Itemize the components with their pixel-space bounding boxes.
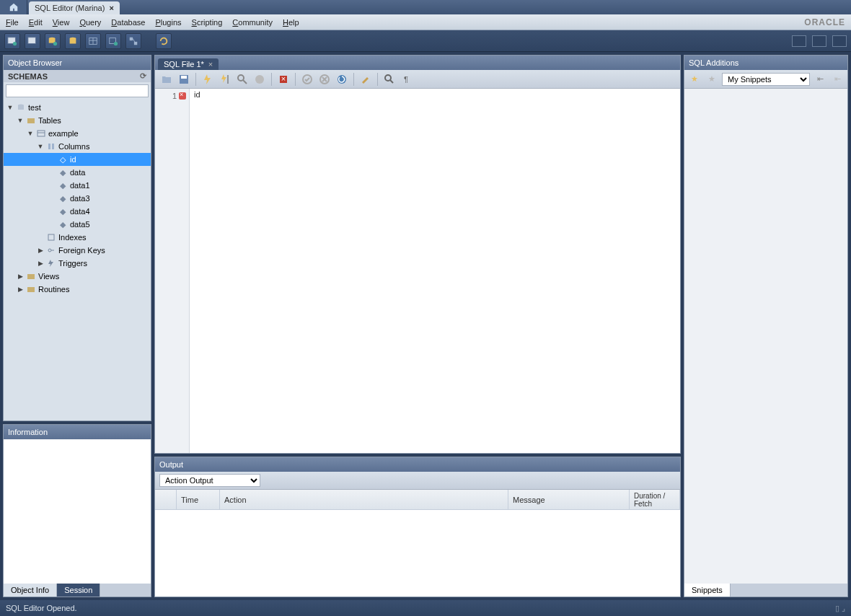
- home-tab[interactable]: [0, 0, 27, 14]
- layout-btn-3[interactable]: [832, 35, 847, 47]
- output-subheader: Action Output: [155, 472, 680, 490]
- editor-tab-sql-file-1[interactable]: SQL File 1* ×: [158, 58, 219, 70]
- tb-model[interactable]: [125, 33, 141, 49]
- etb-stop[interactable]: [252, 72, 267, 87]
- refresh-icon[interactable]: ⟳: [140, 71, 146, 81]
- schema-search-input[interactable]: [6, 84, 149, 97]
- etb-save[interactable]: [177, 72, 191, 87]
- menu-scripting[interactable]: Scripting: [192, 18, 223, 27]
- output-selector[interactable]: Action Output: [159, 474, 260, 487]
- tree-tables[interactable]: ▼Tables: [4, 114, 151, 127]
- tb-new-sql2[interactable]: [25, 33, 40, 49]
- etb-execute[interactable]: [200, 72, 215, 87]
- information-tabs: Object Info Session: [4, 584, 151, 597]
- menu-community[interactable]: Community: [232, 18, 273, 27]
- menu-help[interactable]: Help: [283, 18, 299, 27]
- menu-view[interactable]: View: [53, 18, 70, 27]
- column-icon: ◆: [58, 180, 68, 190]
- editor-gutter: 1: [155, 89, 190, 453]
- stop-gray-icon: [254, 74, 265, 85]
- column-icon: ◆: [58, 206, 68, 216]
- fkeys-icon: [46, 245, 56, 255]
- tree-table-example[interactable]: ▼example: [4, 127, 151, 140]
- code-area[interactable]: id: [190, 89, 680, 453]
- etb-execute-current[interactable]: [218, 72, 232, 87]
- svg-point-1: [13, 41, 17, 45]
- workspace: Object Browser SCHEMAS ⟳ ▼test ▼Tables ▼…: [0, 52, 851, 600]
- brush-icon: [360, 74, 371, 85]
- etb-invisible[interactable]: ¶: [400, 72, 414, 87]
- tab-object-info[interactable]: Object Info: [4, 584, 57, 597]
- tb-new-sql[interactable]: [4, 33, 20, 49]
- sql-additions-header: SQL Additions: [684, 56, 847, 70]
- etb-find[interactable]: [382, 72, 397, 87]
- tree-col-data[interactable]: ◆data: [4, 166, 151, 179]
- tree-db-test[interactable]: ▼test: [4, 101, 151, 114]
- svg-point-41: [385, 75, 391, 81]
- add-replace[interactable]: ⇤: [830, 72, 845, 87]
- tb-table[interactable]: [85, 33, 101, 49]
- object-browser-panel: Object Browser SCHEMAS ⟳ ▼test ▼Tables ▼…: [3, 55, 151, 421]
- tree-col-id[interactable]: ◇id: [4, 153, 151, 166]
- etb-explain[interactable]: [235, 72, 250, 87]
- window-tab-sql-editor[interactable]: SQL Editor (Marina) ×: [29, 1, 120, 14]
- status-right: ▯ ⌟: [835, 604, 845, 613]
- menu-plugins[interactable]: Plugins: [155, 18, 181, 27]
- svg-point-12: [114, 41, 118, 45]
- svg-rect-18: [27, 118, 35, 123]
- tree-col-data3[interactable]: ◆data3: [4, 192, 151, 205]
- etb-rollback[interactable]: [317, 72, 332, 87]
- etb-stop-red[interactable]: ×: [276, 72, 291, 87]
- menu-query[interactable]: Query: [79, 18, 101, 27]
- tab-session[interactable]: Session: [57, 584, 100, 597]
- views-icon: [26, 271, 36, 281]
- tb-db-add[interactable]: [45, 33, 61, 49]
- object-browser-title: Object Browser: [8, 58, 62, 67]
- tb-table2[interactable]: [105, 33, 121, 49]
- close-icon[interactable]: ×: [208, 60, 213, 69]
- commit-icon: [301, 74, 313, 85]
- tb-db[interactable]: [65, 33, 81, 49]
- output-title: Output: [159, 460, 183, 469]
- etb-commit[interactable]: [300, 72, 314, 87]
- svg-rect-17: [18, 105, 24, 110]
- layout-btn-2[interactable]: [812, 35, 826, 47]
- col-status: [155, 490, 177, 509]
- tree-col-data5[interactable]: ◆data5: [4, 218, 151, 231]
- left-column: Object Browser SCHEMAS ⟳ ▼test ▼Tables ▼…: [3, 55, 151, 597]
- menu-edit[interactable]: Edit: [29, 18, 43, 27]
- editor-body: 1 id: [155, 89, 680, 453]
- layout-btn-1[interactable]: [792, 35, 806, 47]
- svg-line-42: [390, 80, 393, 83]
- tree-routines[interactable]: ▶Routines: [4, 283, 151, 296]
- schemas-label: SCHEMAS: [8, 72, 48, 81]
- svg-rect-2: [28, 37, 36, 43]
- tb-refresh[interactable]: [156, 33, 172, 49]
- tree-views[interactable]: ▶Views: [4, 270, 151, 283]
- tree-col-data1[interactable]: ◆data1: [4, 179, 151, 192]
- tree-foreign-keys[interactable]: ▶Foreign Keys: [4, 244, 151, 257]
- tree-columns[interactable]: ▼Columns: [4, 140, 151, 153]
- menu-database[interactable]: Database: [111, 18, 145, 27]
- output-panel: Output Action Output Time Action Message…: [154, 457, 681, 597]
- svg-rect-26: [27, 274, 35, 279]
- stop-red-icon: ×: [278, 74, 289, 85]
- svg-rect-21: [48, 144, 50, 149]
- snippets-selector[interactable]: My Snippets: [722, 73, 810, 86]
- tree-indexes[interactable]: Indexes: [4, 231, 151, 244]
- main-toolbar: [0, 30, 851, 52]
- add-star[interactable]: ★: [687, 72, 702, 87]
- star-icon: ★: [691, 74, 698, 84]
- editor-toolbar: × ¶: [155, 70, 680, 89]
- etb-autocommit[interactable]: [335, 72, 349, 87]
- tree-triggers[interactable]: ▶Triggers: [4, 257, 151, 270]
- etb-open[interactable]: [159, 72, 174, 87]
- tab-snippets[interactable]: Snippets: [684, 584, 731, 597]
- menu-file[interactable]: File: [6, 18, 19, 27]
- close-icon[interactable]: ×: [109, 4, 113, 12]
- etb-beautify[interactable]: [358, 72, 373, 87]
- add-insert[interactable]: ⇤: [813, 72, 827, 87]
- tree-col-data4[interactable]: ◆data4: [4, 205, 151, 218]
- add-star2[interactable]: ★: [705, 72, 719, 87]
- key-column-icon: ◇: [58, 154, 68, 164]
